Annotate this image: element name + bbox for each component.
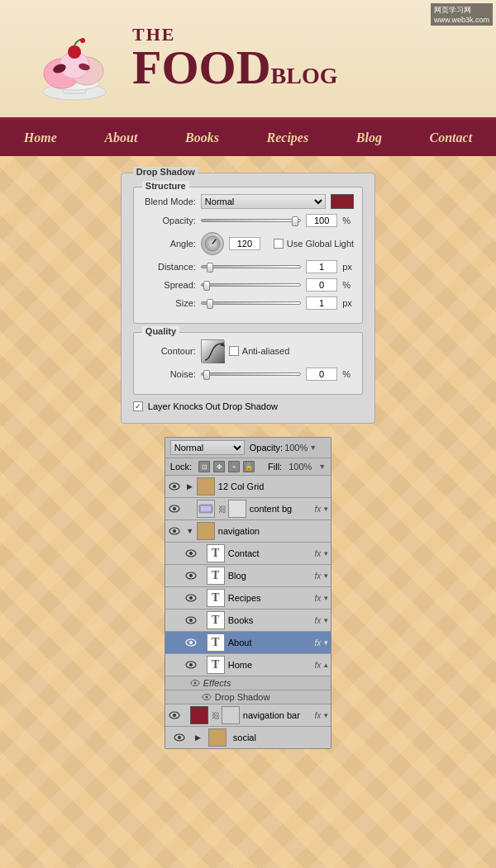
layer-thumb-books: T <box>207 611 225 629</box>
layer-row-contact[interactable]: T Contact fx▼ <box>165 543 331 565</box>
layer-thumb-recipes: T <box>207 589 225 607</box>
layers-top-bar: Normal Opacity: 100% ▼ <box>165 438 331 458</box>
layer-row-social[interactable]: ▶ social <box>165 727 331 748</box>
watermark-line1: 网页学习网 <box>434 5 489 16</box>
opacity-row: Opacity: % <box>142 214 354 227</box>
layer-fx-books: fx▼ <box>315 616 330 625</box>
effects-row: Effects <box>165 676 331 690</box>
layer-eye-recipes[interactable] <box>182 589 200 607</box>
noise-input[interactable] <box>306 368 337 381</box>
watermark-line2: www.web3k.com <box>434 16 489 24</box>
contour-preview[interactable] <box>201 339 224 363</box>
size-slider[interactable] <box>201 301 301 305</box>
layer-name-books: Books <box>228 615 315 625</box>
size-label: Size: <box>142 298 196 308</box>
contour-row: Contour: <box>142 339 354 363</box>
layer-eye-12col[interactable] <box>165 477 184 496</box>
fill-value: 100% <box>289 462 312 472</box>
layer-name-nav-bar: navigation bar <box>243 710 315 720</box>
header-title: THE FOOD BLOG <box>132 26 337 92</box>
shadow-color-swatch[interactable] <box>331 194 354 209</box>
layer-expand-navigation[interactable]: ▼ <box>184 527 197 535</box>
layer-eye-content-bg[interactable] <box>165 500 184 518</box>
layer-eye-about[interactable] <box>182 633 200 652</box>
nav-recipes[interactable]: Recipes <box>254 124 322 152</box>
layer-row-blog[interactable]: T Blog fx▼ <box>165 565 331 587</box>
nav-bar: Home About Books Recipes Blog Contact <box>0 120 496 156</box>
layer-row-navigation[interactable]: ▼ navigation <box>165 520 331 543</box>
svg-rect-47 <box>210 733 216 736</box>
distance-slider[interactable] <box>201 265 301 268</box>
nav-blog[interactable]: Blog <box>343 124 395 152</box>
layer-row-books[interactable]: T Books fx▼ <box>165 609 331 632</box>
quality-title: Quality <box>142 326 179 336</box>
svg-point-33 <box>189 619 193 622</box>
anti-aliased-checkbox[interactable] <box>229 346 239 356</box>
lock-position-icon[interactable]: + <box>228 461 240 472</box>
svg-point-45 <box>178 736 181 739</box>
layer-row-home[interactable]: T Home fx▲ <box>165 654 331 676</box>
layer-name-contact: Contact <box>228 548 315 558</box>
size-input[interactable] <box>306 296 337 310</box>
angle-dial[interactable] <box>201 232 224 255</box>
svg-point-41 <box>205 696 207 699</box>
lock-move-icon[interactable]: ✥ <box>213 461 225 472</box>
layers-opacity-row: Opacity: 100% ▼ <box>250 443 317 453</box>
layers-lock-bar: Lock: ⊡ ✥ + 🔒 Fill: 100% ▼ <box>165 458 331 476</box>
layer-eye-home[interactable] <box>182 656 200 674</box>
layer-knocks-checkbox[interactable]: ✓ <box>133 401 143 411</box>
layer-expand-social[interactable]: ▶ <box>192 733 205 742</box>
layer-row-recipes[interactable]: T Recipes fx▼ <box>165 587 331 609</box>
layer-row-about[interactable]: T About fx▼ <box>165 632 331 654</box>
ice-cream-icon <box>25 9 124 108</box>
layer-eye-nav-bar[interactable] <box>165 706 184 724</box>
opacity-dropdown-arrow[interactable]: ▼ <box>309 443 317 452</box>
global-light-checkbox[interactable] <box>274 239 284 249</box>
noise-unit: % <box>342 369 354 379</box>
header: THE FOOD BLOG <box>0 0 496 120</box>
spread-label: Spread: <box>142 280 196 290</box>
noise-slider[interactable] <box>201 372 301 376</box>
anti-aliased-label: Anti-aliased <box>242 346 289 356</box>
header-blog: BLOG <box>271 64 338 88</box>
layer-eye-blog[interactable] <box>182 567 200 585</box>
layers-mode-select[interactable]: Normal <box>170 440 245 455</box>
nav-books[interactable]: Books <box>172 124 232 152</box>
quality-box: Quality Contour: <box>133 332 363 395</box>
nav-about[interactable]: About <box>91 124 150 152</box>
layer-thumb-contact: T <box>207 544 225 562</box>
layer-row-content-bg[interactable]: ⛓ content bg fx ▼ <box>165 498 331 520</box>
opacity-input[interactable] <box>306 214 337 227</box>
svg-point-8 <box>68 45 81 59</box>
spread-input[interactable] <box>306 278 337 292</box>
effects-eye-icon[interactable] <box>190 679 200 687</box>
main-content: Drop Shadow Structure Blend Mode: Normal… <box>0 156 496 766</box>
layer-thumb-social <box>208 728 227 747</box>
layer-fx-nav-bar: fx▼ <box>315 711 330 720</box>
angle-input[interactable] <box>229 237 260 250</box>
blend-mode-select[interactable]: Normal <box>201 194 326 209</box>
layer-chain-nav-bar: ⛓ <box>212 711 220 720</box>
structure-title: Structure <box>142 181 189 191</box>
logo: THE FOOD BLOG <box>25 9 337 108</box>
distance-input[interactable] <box>306 260 337 273</box>
layer-fx-blog: fx▼ <box>315 572 330 581</box>
layer-row-nav-bar[interactable]: ⛓ navigation bar fx▼ <box>165 704 331 727</box>
nav-home[interactable]: Home <box>11 124 70 152</box>
lock-pixels-icon[interactable]: ⊡ <box>198 461 210 472</box>
lock-all-icon[interactable]: 🔒 <box>243 461 255 472</box>
layer-thumb-12col <box>197 477 215 496</box>
layer-eye-navigation[interactable] <box>165 522 184 540</box>
layer-eye-contact[interactable] <box>182 544 200 562</box>
blend-mode-label: Blend Mode: <box>142 197 196 206</box>
layer-row-12col[interactable]: ▶ 12 Col Grid <box>165 476 331 498</box>
layer-eye-social[interactable] <box>170 728 188 747</box>
drop-shadow-eye-icon[interactable] <box>202 693 212 701</box>
layer-eye-books[interactable] <box>182 611 200 629</box>
opacity-slider[interactable] <box>201 219 301 222</box>
layer-expand-12col[interactable]: ▶ <box>184 482 197 491</box>
svg-point-39 <box>193 682 196 685</box>
spread-slider[interactable] <box>201 283 301 287</box>
nav-contact[interactable]: Contact <box>417 124 486 152</box>
fill-dropdown-arrow[interactable]: ▼ <box>318 462 326 471</box>
